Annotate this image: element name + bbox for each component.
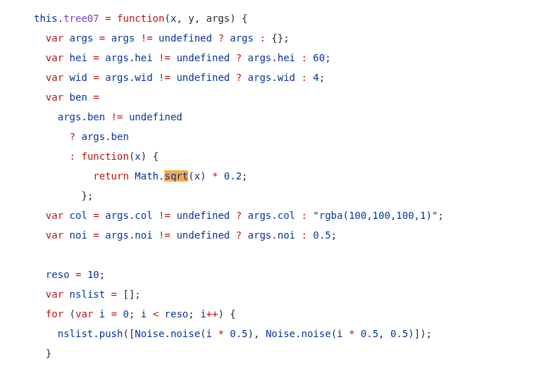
code-block: this.tree07 = function(x, y, args) { var… (0, 0, 544, 372)
kw-this: this (34, 13, 58, 24)
kw-function: function (117, 13, 164, 24)
highlighted-sqrt: sqrt (164, 170, 188, 182)
fn-name: tree07 (63, 13, 99, 24)
